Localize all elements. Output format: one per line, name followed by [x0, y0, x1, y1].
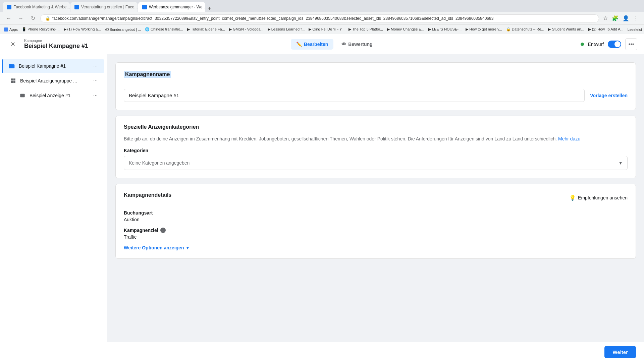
status-dot: [581, 43, 584, 46]
ads-manager: ✕ Kampagne Beispiel Kampagne #1 ✏️ Bearb…: [0, 34, 644, 362]
bookmark-money[interactable]: ▶ Money Changes E...: [387, 27, 424, 32]
browser-tab-2[interactable]: Veranstaltung erstellen | Face... ✕: [70, 2, 138, 12]
more-icon: •••: [629, 41, 634, 47]
content-area: Kampagnenname Vorlage erstellen Speziell…: [107, 54, 644, 342]
tab-favicon-3: [142, 5, 147, 9]
campaign-details-header: Kampagnendetails 💡 Empfehlungen ansehen: [124, 192, 628, 203]
bookmark-qing[interactable]: ▶ Qing Fei De Yi - Y...: [309, 27, 344, 32]
sidebar: Beispiel Kampagne #1 ··· Beispiel Anzeig…: [0, 54, 107, 342]
buchungsart-label: Buchungsart: [124, 210, 628, 216]
empfehlungen-button[interactable]: 💡 Empfehlungen ansehen: [569, 195, 628, 201]
close-button[interactable]: ✕: [7, 38, 19, 50]
mehr-dazu-link[interactable]: Mehr dazu: [558, 136, 580, 141]
review-icon: 👁: [341, 42, 346, 47]
bookmark-top3[interactable]: ▶ The Top 3 Platfor...: [348, 27, 383, 32]
browser-controls: ← → ↻ 🔒 facebook.com/adsmanager/manage/c…: [0, 12, 644, 25]
campaign-name-input[interactable]: [124, 89, 585, 102]
extensions-button[interactable]: 🧩: [610, 14, 620, 23]
main-layout: Beispiel Kampagne #1 ··· Beispiel Anzeig…: [0, 54, 644, 342]
address-bar[interactable]: 🔒 facebook.com/adsmanager/manage/campaig…: [40, 14, 599, 22]
bookmark-chinese[interactable]: 🌐 Chinese translatio...: [145, 27, 183, 32]
bottom-bar: Weiter: [0, 342, 644, 362]
weiter-button[interactable]: Weiter: [604, 346, 636, 358]
sidebar-item-adgroup[interactable]: Beispiel Anzeigengruppe ... ···: [3, 74, 104, 88]
campaign-label: Kampagne: [24, 39, 88, 43]
edit-button[interactable]: ✏️ Bearbeiten: [291, 39, 333, 50]
kampagnenziel-label: Kampagnenziel i: [124, 228, 628, 233]
lock-icon: 🔒: [45, 16, 50, 21]
bookmark-sonder[interactable]: 🏷 Sonderangebot | ...: [105, 27, 141, 32]
more-options-button[interactable]: •••: [625, 38, 637, 50]
buchungsart-value: Auktion: [124, 217, 628, 222]
bookmark-lee[interactable]: ▶ LEE 'S HOUSE-...: [428, 27, 462, 32]
sidebar-item-ad[interactable]: Beispiel Anzeige #1 ···: [3, 88, 104, 103]
bookmark-working[interactable]: ▶ (1) How Working a...: [64, 27, 101, 32]
bookmark-button[interactable]: ☆: [602, 14, 609, 23]
card-icon: [19, 92, 26, 99]
empfehlungen-label: Empfehlungen ansehen: [578, 195, 628, 200]
profile-button[interactable]: 👤: [621, 14, 631, 23]
bookmark-how[interactable]: ▶ How to get more v...: [466, 27, 502, 32]
sidebar-campaign-more[interactable]: ···: [92, 62, 99, 70]
bookmark-tutorial[interactable]: ▶ Tutorial: Eigene Fa...: [187, 27, 225, 32]
campaign-details-title: Kampagnendetails: [124, 192, 171, 198]
top-bar-right: Entwurf •••: [581, 38, 637, 50]
campaign-name-row: Vorlage erstellen: [124, 89, 628, 102]
grid-icon: [9, 77, 17, 84]
bookmark-apps[interactable]: Apps: [4, 27, 18, 32]
folder-icon: [8, 62, 15, 70]
campaign-name-header: Beispiel Kampagne #1: [24, 43, 88, 50]
sidebar-ad-label: Beispiel Anzeige #1: [30, 93, 92, 98]
bookmark-how2[interactable]: ▶ (2) How To Add A...: [588, 27, 624, 32]
more-options-expand-button[interactable]: Weitere Optionen anzeigen ▼: [124, 245, 190, 250]
bookmark-student[interactable]: ▶ Student Wants an...: [548, 27, 584, 32]
bookmark-gmsn[interactable]: ▶ GMSN - Vologda...: [229, 27, 264, 32]
special-categories-title: Spezielle Anzeigenkategorien: [124, 124, 628, 130]
tab-favicon-2: [74, 5, 79, 9]
tab-favicon-1: [7, 5, 11, 9]
sidebar-item-campaign[interactable]: Beispiel Kampagne #1 ···: [2, 59, 104, 73]
browser-tabs: Facebook Marketing & Werbe... ✕ Veransta…: [3, 0, 213, 12]
back-button[interactable]: ←: [4, 14, 13, 23]
review-button[interactable]: 👁 Bewertung: [336, 39, 378, 50]
bookmark-datenschutz[interactable]: 🔒 Datenschutz – Re...: [506, 27, 544, 32]
campaign-details-card: Kampagnendetails 💡 Empfehlungen ansehen …: [115, 184, 636, 259]
special-categories-card: Spezielle Anzeigenkategorien Bitte gib a…: [115, 116, 636, 178]
sidebar-ad-more[interactable]: ···: [92, 92, 99, 99]
sidebar-campaign-label: Beispiel Kampagne #1: [19, 63, 92, 69]
toggle-knob: [614, 41, 621, 47]
new-tab-button[interactable]: +: [206, 5, 213, 12]
campaign-name-card: Kampagnenname Vorlage erstellen: [115, 62, 636, 110]
browser-actions: ☆ 🧩 👤 ⋮: [602, 14, 640, 23]
bookmark-lese[interactable]: Leseleist: [628, 27, 642, 32]
top-bar: ✕ Kampagne Beispiel Kampagne #1 ✏️ Bearb…: [0, 34, 644, 54]
status-toggle[interactable]: [608, 41, 621, 48]
svg-rect-0: [20, 94, 24, 98]
menu-button[interactable]: ⋮: [632, 14, 640, 23]
sidebar-adgroup-more[interactable]: ···: [92, 77, 99, 84]
categories-select[interactable]: Keine Kategorien angegeben: [124, 156, 628, 170]
browser-tab-3[interactable]: Werbeanzeigenmanager - We... ✕: [138, 2, 205, 12]
bulb-icon: 💡: [569, 195, 576, 201]
more-options-label: Weitere Optionen anzeigen: [124, 245, 184, 250]
sidebar-adgroup-label: Beispiel Anzeigengruppe ...: [20, 78, 92, 83]
review-label: Bewertung: [348, 42, 372, 47]
chevron-down-icon: ▼: [185, 245, 190, 250]
edit-icon: ✏️: [296, 42, 302, 47]
status-label: Entwurf: [588, 42, 604, 47]
kampagnenziel-info-icon[interactable]: i: [160, 228, 166, 233]
top-bar-center: ✏️ Bearbeiten 👁 Bewertung: [94, 39, 575, 50]
tab-label-3: Werbeanzeigenmanager - We...: [149, 5, 205, 9]
edit-label: Bearbeiten: [304, 42, 328, 47]
apps-bookmark-icon: [4, 27, 8, 32]
refresh-button[interactable]: ↻: [28, 14, 38, 23]
bookmark-phone[interactable]: 📱 Phone Recycling-...: [22, 27, 59, 32]
bookmarks-bar: Apps 📱 Phone Recycling-... ▶ (1) How Wor…: [0, 25, 644, 34]
forward-button[interactable]: →: [16, 14, 25, 23]
url-text: facebook.com/adsmanager/manage/campaigns…: [52, 16, 493, 21]
bookmark-lessons[interactable]: ▶ Lessons Learned f...: [268, 27, 305, 32]
campaign-title-block: Kampagne Beispiel Kampagne #1: [24, 39, 88, 50]
campaign-name-section-label: Kampagnenname: [124, 71, 171, 78]
template-button[interactable]: Vorlage erstellen: [590, 93, 628, 98]
browser-tab-1[interactable]: Facebook Marketing & Werbe... ✕: [3, 2, 70, 12]
